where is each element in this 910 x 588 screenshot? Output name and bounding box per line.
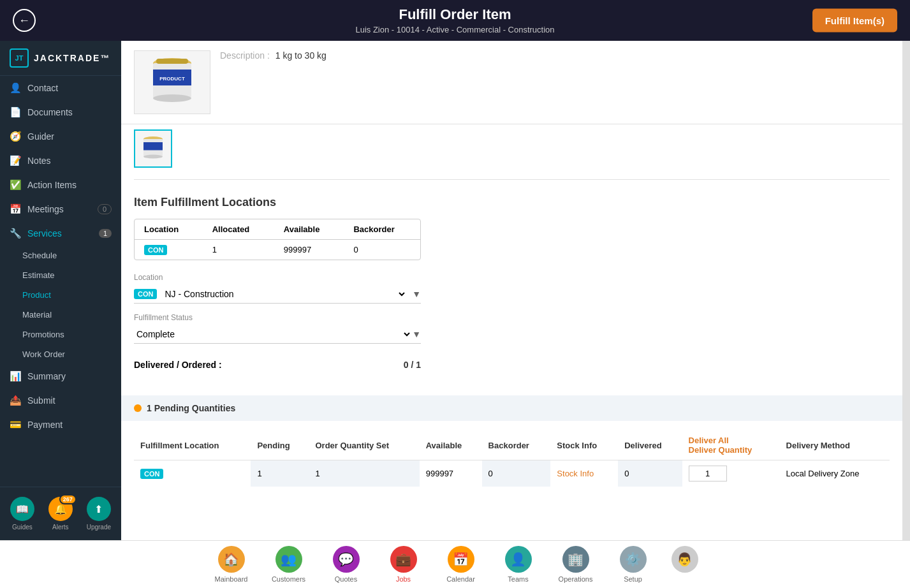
alerts-nav[interactable]: 🔔 267 Alerts [48,497,73,531]
guides-nav[interactable]: 📖 Guides [10,497,34,531]
status-select-wrap: Complete ▼ [134,325,421,344]
quantities-table: Fulfillment Location Pending Order Quant… [134,430,890,487]
location-form-group: Location CON NJ - Construction ▼ [134,273,890,304]
qty-col-backorder: Backorder [482,430,551,460]
sidebar-item-documents[interactable]: 📄 Documents [0,100,121,124]
nav-calendar[interactable]: 📅 Calendar [442,546,480,583]
pending-label: 1 Pending Quantities [147,403,235,413]
product-image-area: PRODUCT Description : 1 kg to 30 kg [121,41,902,124]
sidebar-item-summary[interactable]: 📊 Summary [0,364,121,388]
user-avatar: 👨 [671,546,698,573]
qty-location-badge: CON [140,469,163,479]
fulfillment-section-title: Item Fulfillment Locations [134,196,890,209]
nav-customers[interactable]: 👥 Customers [270,546,308,583]
sidebar-sub-product[interactable]: Product [0,285,121,305]
qty-order-qty-set: 1 [309,460,419,487]
action-items-icon: ✅ [10,179,21,191]
product-main-image: PRODUCT [134,50,210,114]
product-info: Description : 1 kg to 30 kg [220,50,327,61]
nav-jobs[interactable]: 💼 Jobs [385,546,423,583]
nav-operations[interactable]: 🏢 Operations [557,546,595,583]
services-icon: 🔧 [10,228,21,239]
sidebar-item-label: Summary [27,371,66,381]
back-button[interactable]: ← [13,9,36,32]
sidebar-item-submit[interactable]: 📤 Submit [0,388,121,413]
svg-rect-5 [156,59,188,64]
qty-delivery-method: Local Delivery Zone [780,460,890,487]
qty-col-location: Fulfillment Location [134,430,251,460]
sidebar-item-label: Submit [27,395,55,406]
sidebar-scroll: 👤 Contact 📄 Documents 🧭 Guider 📝 Notes ✅… [0,76,121,487]
teams-icon: 👤 [505,546,532,573]
svg-point-4 [153,94,191,102]
summary-icon: 📊 [10,371,21,382]
page-subtitle: Luis Zion - 10014 - Active - Commercial … [13,25,897,34]
upgrade-nav[interactable]: ⬆ Upgrade [87,497,111,531]
status-select[interactable]: Complete [134,328,412,340]
deliver-qty-input[interactable] [689,466,727,481]
col-backorder: Backorder [344,219,420,240]
sidebar-sub-estimate[interactable]: Estimate [0,265,121,285]
qty-col-order-qty-set: Order Quantity Set [309,430,419,460]
status-chevron-icon: ▼ [412,329,421,339]
nav-teams[interactable]: 👤 Teams [499,546,538,583]
sidebar-item-services[interactable]: 🔧 Services 1 [0,221,121,246]
sidebar-item-payment[interactable]: 💳 Payment [0,413,121,437]
calendar-icon: 📅 [448,546,474,573]
meetings-badge: 0 [98,204,112,214]
delivered-ordered-row: Delivered / Ordered : 0 / 1 [134,353,421,376]
setup-icon: ⚙️ [620,546,647,573]
sidebar-sub-schedule[interactable]: Schedule [0,246,121,265]
product-thumbnail[interactable] [134,129,172,168]
fulfill-items-button[interactable]: Fulfill Item(s) [812,9,897,33]
sidebar-sub-work-order[interactable]: Work Order [0,344,121,364]
qty-col-delivered: Delivered [618,430,682,460]
qty-col-delivery-method: Delivery Method [780,430,890,460]
sidebar-item-meetings[interactable]: 📅 Meetings 0 [0,197,121,221]
operations-label: Operations [559,575,593,583]
location-select-badge: CON [134,289,157,299]
guides-icon: 📖 [10,497,34,521]
services-badge: 1 [99,229,112,238]
section-divider [134,179,890,180]
contact-icon: 👤 [10,82,21,94]
qty-pending: 1 [251,460,309,487]
customers-label: Customers [272,575,305,583]
sidebar-item-label: Documents [27,107,73,117]
user-avatar-nav[interactable]: 👨 [671,546,698,583]
sidebar-item-action-items[interactable]: ✅ Action Items [0,173,121,197]
location-select[interactable]: NJ - Construction [162,288,407,300]
page-title: Fulfill Order Item [13,6,897,23]
svg-text:PRODUCT: PRODUCT [159,76,185,82]
thumbnail-strip [121,124,902,173]
sidebar-item-contact[interactable]: 👤 Contact [0,76,121,100]
calendar-label: Calendar [446,575,475,583]
qty-available: 999997 [420,460,482,487]
svg-point-9 [143,155,163,159]
quotes-icon: 💬 [333,546,360,573]
nav-mainboard[interactable]: 🏠 Mainboard [212,546,251,583]
customers-icon: 👥 [275,546,302,573]
qty-stock-info-link[interactable]: Stock Info [550,460,618,487]
sidebar-item-label: Services [27,228,62,239]
documents-icon: 📄 [10,107,21,118]
col-location: Location [135,219,203,240]
jobs-label: Jobs [396,575,411,583]
available-value: 999997 [274,240,344,260]
content-area: PRODUCT Description : 1 kg to 30 kg [121,41,902,540]
sidebar-sub-material[interactable]: Material [0,305,121,325]
sidebar: JT JACKTRADE™ 👤 Contact 📄 Documents 🧭 Gu… [0,41,121,540]
col-available: Available [274,219,344,240]
sidebar-item-label: Guider [27,131,54,142]
guider-icon: 🧭 [10,131,21,142]
nav-setup[interactable]: ⚙️ Setup [614,546,652,583]
sidebar-item-notes[interactable]: 📝 Notes [0,149,121,173]
nav-quotes[interactable]: 💬 Quotes [327,546,365,583]
sidebar-item-guider[interactable]: 🧭 Guider [0,124,121,149]
svg-rect-8 [143,142,163,151]
sidebar-sub-promotions[interactable]: Promotions [0,325,121,344]
qty-col-pending: Pending [251,430,309,460]
bottom-nav: 🏠 Mainboard 👥 Customers 💬 Quotes 💼 Jobs … [0,540,910,588]
logo-text: JACKTRADE™ [34,53,110,63]
sidebar-item-label: Contact [27,83,58,93]
